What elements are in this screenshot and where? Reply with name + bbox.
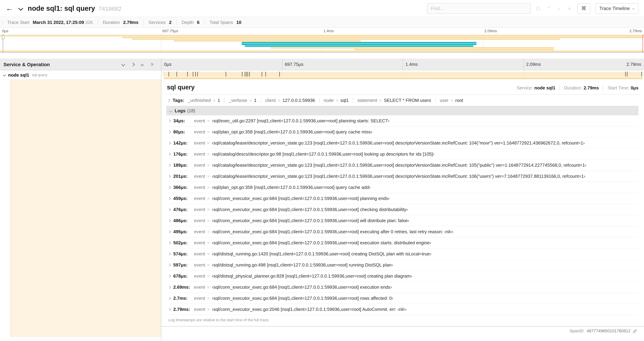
span-timeline-cell[interactable] [161,70,644,79]
tag-item: node=sql1 [319,98,353,103]
duration-value: 2.79ms [584,85,599,91]
log-field: event=‹sql/plan_opt.go:358 [nsql1,client… [194,129,372,135]
log-field: event=‹sql/distsql_running.go:498 [nsql1… [194,262,393,268]
log-row[interactable]: 201μs: event=‹sql/catalog/lease/descript… [166,171,638,182]
prev-result-icon[interactable] [546,6,552,11]
log-timestamp: 2.7ms: [173,295,194,301]
log-row[interactable]: 678μs: event=‹sql/distsql_physical_plann… [166,271,638,282]
tag-equals: = [451,98,453,103]
collapse-one-button[interactable] [131,62,135,66]
log-value: ‹sql/conn_executor_exec.go:684 [nsql1,cl… [212,240,431,245]
log-row[interactable]: 502μs: event=‹sql/conn_executor_exec.go:… [166,237,638,248]
log-key: event [194,151,205,157]
log-row[interactable]: 2.79ms: event=‹sql/conn_executor_exec.go… [166,304,638,315]
deep-link-icon[interactable] [632,329,637,333]
scrubber-handle[interactable] [2,35,4,39]
log-row[interactable]: 495μs: event=‹sql/conn_executor_exec.go:… [166,226,638,237]
left-scrubber[interactable] [3,34,3,52]
log-marker-tick [262,72,262,77]
trace-view-selector[interactable]: Trace Timeline [595,3,638,14]
log-marker-tick [245,72,245,77]
summary-label: Services [148,20,166,25]
span-detail-header[interactable]: sql query Service:node sql1 Duration:2.7… [166,84,638,95]
span-row[interactable]: node sql1 sql query [0,70,644,80]
log-row[interactable]: 476μs: event=‹sql/conn_executor_exec.go:… [166,204,638,215]
summary-label: Duration [103,20,120,25]
expand-all-button[interactable] [140,62,144,66]
summary-item: Total Spans 10 [204,20,246,25]
minimap-tick-label: 2.79ms [630,29,642,33]
log-row[interactable]: 142μs: event=‹sql/catalog/lease/descript… [166,138,638,149]
log-value: ‹sql/conn_executor_exec.go:684 [nsql1,cl… [212,296,393,301]
log-field: event=‹sql/plan_opt.go:358 [nsql1,client… [194,184,370,190]
log-equals: = [207,163,210,168]
log-row[interactable]: 176μs: event=‹sql/catalog/descs/descript… [166,149,638,160]
log-marker-tick [248,72,248,77]
log-timestamp: 189μs: [173,162,194,168]
tag-value: 1 [218,98,220,103]
log-row[interactable]: 2.69ms: event=‹sql/conn_executor_exec.go… [166,282,638,293]
span-detail-panel: sql query Service:node sql1 Duration:2.7… [161,80,644,341]
log-row[interactable]: 189μs: event=‹sql/catalog/lease/descript… [166,160,638,171]
log-row[interactable]: 574μs: event=‹sql/distsql_running.go:142… [166,248,638,259]
tags-summary-row[interactable]: Tags: _unfinished=1 _verbose=1 [166,95,638,106]
log-value: ‹sql/catalog/descs/descriptor.go:98 [nsq… [212,151,434,157]
log-row[interactable]: 486μs: event=‹sql/conn_executor_exec.go:… [166,215,638,226]
log-field: event=‹sql/catalog/lease/descriptor_vers… [194,173,585,179]
logs-note: Log timestamps are relative to the start… [166,315,638,323]
summary-item: Services 2 [143,20,176,25]
log-row[interactable]: 80μs: event=‹sql/plan_opt.go:358 [nsql1,… [166,127,638,138]
find-input[interactable] [427,3,531,14]
chevron-right-icon [168,308,171,311]
log-value: ‹sql/catalog/lease/descriptor_version_st… [212,174,585,179]
span-bar[interactable] [163,72,642,77]
clear-search-icon[interactable]: × [567,6,572,11]
minimap-chart[interactable] [0,34,644,53]
log-timestamp: 34μs: [173,118,194,124]
log-equals: = [207,174,210,179]
log-key: event [194,307,205,312]
span-name-cell[interactable]: node sql1 sql query [0,70,161,79]
log-row[interactable]: 459μs: event=‹sql/conn_executor_exec.go:… [166,193,638,204]
log-value: ‹sql/conn_executor_exec.go:684 [nsql1,cl… [212,218,409,223]
log-row[interactable]: 597μs: event=‹sql/distsql_running.go:498… [166,259,638,271]
logs-header[interactable]: Logs (18) [166,106,638,115]
log-field: event=‹sql/catalog/lease/descriptor_vers… [194,162,586,168]
back-button[interactable]: ← [4,3,15,14]
log-row[interactable]: 366μs: event=‹sql/plan_opt.go:358 [nsql1… [166,182,638,193]
log-value: ‹sql/plan_opt.go:358 [nsql1,client=127.0… [212,129,372,134]
log-marker-tick [187,72,188,77]
timeline-tick-label: 697.75μs [282,59,304,70]
tag-key: statement [357,98,377,103]
collapse-trace-header-button[interactable] [18,7,24,10]
timeline-tick-label: 0μs [164,59,172,70]
log-equals: = [207,185,210,190]
locate-span-icon[interactable] [536,6,541,11]
log-marker-tick [197,72,198,77]
log-timestamp: 486μs: [173,218,194,223]
log-timestamp: 142μs: [173,140,194,146]
span-start-time: Start Time:0μs [603,85,638,91]
collapse-all-button[interactable] [149,63,154,66]
log-row[interactable]: 34μs: event=‹sql/exec_util.go:2297 [nsql… [166,115,638,127]
double-chevron-right-icon [150,63,153,65]
service-label: Service: [516,85,533,91]
tag-item: client=127.0.0.1:59936 [261,98,319,103]
keyboard-shortcuts-button[interactable]: ⌘ [577,3,590,14]
header-controls: × ⌘ Trace Timeline [427,3,638,14]
log-marker-tick [246,72,247,77]
trace-page-header: ← node sql1: sql query 7418682 × ⌘ Trace… [0,0,644,17]
log-timestamp: 366μs: [173,184,194,190]
log-timestamp: 678μs: [173,273,194,279]
log-equals: = [207,273,210,279]
chevron-down-icon [169,109,172,112]
log-row[interactable]: 2.7ms: event=‹sql/conn_executor_exec.go:… [166,293,638,304]
chevron-right-icon [168,219,171,222]
log-equals: = [207,262,210,267]
log-field: event=‹sql/conn_executor_exec.go:684 [ns… [194,295,393,301]
log-value: ‹sql/conn_executor_exec.go:2046 [nsql1,c… [212,307,406,312]
next-result-icon[interactable] [556,6,562,11]
log-equals: = [207,218,210,223]
expand-one-button[interactable] [121,62,125,66]
log-timestamp: 2.69ms: [173,284,194,290]
